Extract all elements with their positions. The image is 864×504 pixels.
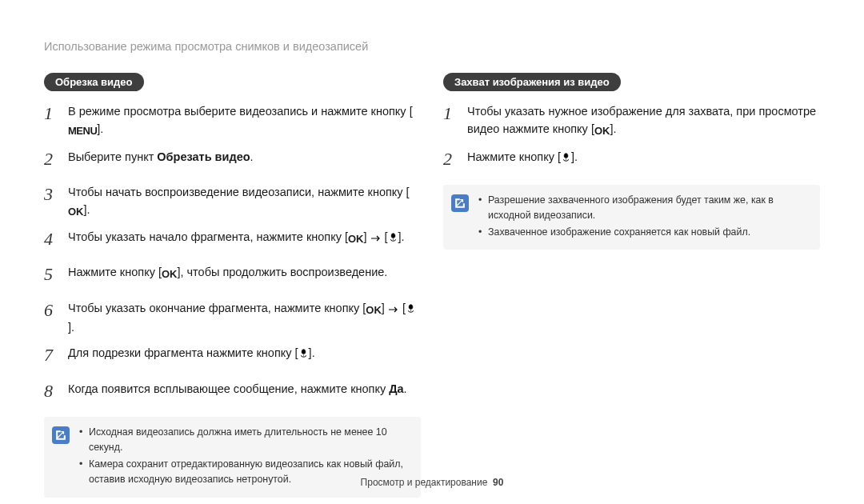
step-text: Нажмите кнопку []. bbox=[467, 148, 820, 167]
step-text: Нажмите кнопку [OK], чтобы продолжить во… bbox=[68, 263, 421, 282]
steps-trim: 1В режиме просмотра выберите видеозапись… bbox=[44, 102, 421, 407]
tulip-icon bbox=[388, 230, 398, 247]
step-number: 6 bbox=[44, 297, 63, 324]
step: 8Когда появится всплывающее сообщение, н… bbox=[44, 380, 421, 407]
step: 4Чтобы указать начало фрагмента, нажмите… bbox=[44, 228, 421, 255]
footer-page: 90 bbox=[493, 477, 503, 488]
ok-icon: OK bbox=[594, 123, 610, 139]
heading-trim-video: Обрезка видео bbox=[44, 73, 144, 91]
steps-capture: 1Чтобы указать нужное изображение для за… bbox=[443, 102, 820, 175]
tulip-icon bbox=[298, 346, 309, 363]
step-text: Когда появится всплывающее сообщение, на… bbox=[68, 380, 421, 398]
ok-icon: OK bbox=[366, 302, 382, 318]
step-number: 1 bbox=[44, 100, 63, 127]
step-text: Чтобы начать воспроизведение видеозаписи… bbox=[68, 183, 421, 221]
ok-icon: OK bbox=[348, 231, 364, 247]
note-item: Разрешение захваченного изображения буде… bbox=[478, 193, 809, 223]
step-number: 2 bbox=[443, 146, 462, 173]
step-number: 2 bbox=[44, 146, 63, 173]
step-number: 5 bbox=[44, 261, 63, 288]
step-number: 3 bbox=[44, 181, 63, 208]
tulip-icon bbox=[561, 150, 571, 167]
step-text: В режиме просмотра выберите видеозапись … bbox=[68, 102, 421, 140]
footer-section: Просмотр и редактирование bbox=[361, 477, 488, 488]
step: 1В режиме просмотра выберите видеозапись… bbox=[44, 102, 421, 140]
column-left: Обрезка видео 1В режиме просмотра выбери… bbox=[44, 73, 421, 498]
step: 2Нажмите кнопку []. bbox=[443, 148, 820, 175]
heading-capture: Захват изображения из видео bbox=[443, 73, 621, 91]
step: 1Чтобы указать нужное изображение для за… bbox=[443, 102, 820, 140]
note-capture: Разрешение захваченного изображения буде… bbox=[443, 185, 820, 250]
step-text: Для подрезки фрагмента нажмите кнопку []… bbox=[68, 344, 421, 363]
step: 2Выберите пункт Обрезать видео. bbox=[44, 148, 421, 175]
step-text: Чтобы указать нужное изображение для зах… bbox=[467, 102, 820, 140]
breadcrumb: Использование режима просмотра снимков и… bbox=[44, 40, 820, 53]
column-right: Захват изображения из видео 1Чтобы указа… bbox=[443, 73, 820, 498]
step: 6Чтобы указать окончание фрагмента, нажм… bbox=[44, 299, 421, 337]
arrow-icon bbox=[388, 301, 399, 318]
arrow-icon bbox=[370, 230, 382, 247]
step-number: 1 bbox=[443, 100, 462, 127]
step-text: Чтобы указать окончание фрагмента, нажми… bbox=[68, 299, 421, 337]
step: 3Чтобы начать воспроизведение видеозапис… bbox=[44, 183, 421, 221]
tulip-icon bbox=[406, 301, 416, 318]
step-number: 7 bbox=[44, 342, 63, 369]
step-text: Чтобы указать начало фрагмента, нажмите … bbox=[68, 228, 421, 247]
step: 7Для подрезки фрагмента нажмите кнопку [… bbox=[44, 344, 421, 371]
note-icon bbox=[52, 426, 70, 444]
note-item: Захваченное изображение сохраняется как … bbox=[478, 225, 809, 240]
ok-icon: OK bbox=[162, 266, 178, 282]
step-number: 8 bbox=[44, 378, 63, 405]
step-text: Выберите пункт Обрезать видео. bbox=[68, 148, 421, 166]
note-list-capture: Разрешение захваченного изображения буде… bbox=[478, 193, 809, 241]
note-icon bbox=[451, 194, 469, 212]
note-item: Исходная видеозапись должна иметь длител… bbox=[79, 425, 410, 455]
menu-icon: MENU bbox=[68, 123, 97, 139]
page-footer: Просмотр и редактирование 90 bbox=[0, 477, 864, 488]
step-number: 4 bbox=[44, 226, 63, 253]
ok-icon: OK bbox=[68, 204, 84, 220]
step: 5Нажмите кнопку [OK], чтобы продолжить в… bbox=[44, 263, 421, 290]
